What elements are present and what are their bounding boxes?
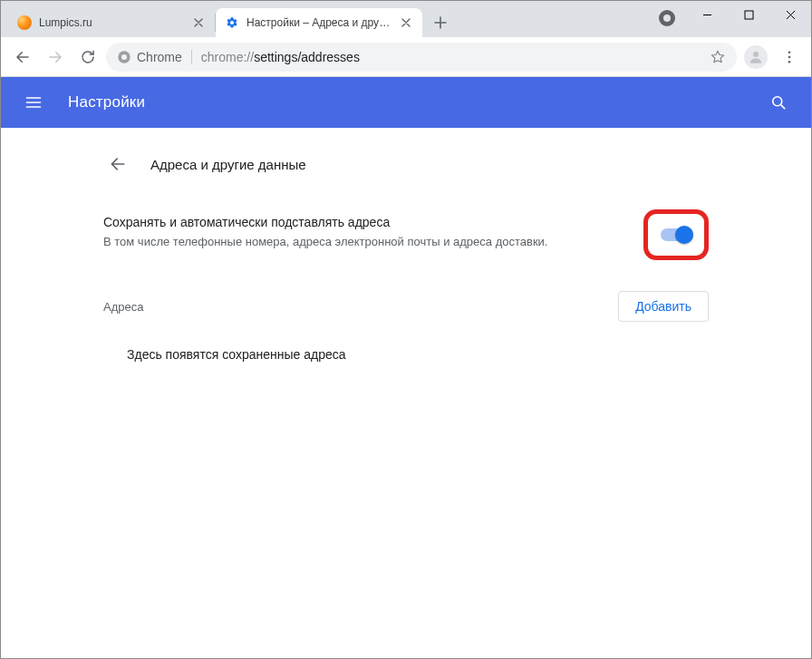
bookmark-star-icon[interactable] (710, 49, 726, 65)
tab-strip: Lumpics.ru Настройки – Адреса и другие д (1, 1, 459, 37)
tab-title: Настройки – Адреса и другие д (246, 16, 392, 29)
site-identity-chip[interactable]: Chrome (117, 50, 182, 64)
chrome-logo-icon (117, 50, 131, 64)
addresses-empty-message: Здесь появятся сохраненные адреса (98, 327, 714, 367)
new-tab-button[interactable] (428, 10, 453, 35)
svg-point-3 (753, 52, 759, 57)
omnibox-url: chrome://settings/addresses (201, 50, 360, 64)
svg-point-4 (788, 51, 791, 53)
nav-reload-button[interactable] (73, 43, 102, 72)
tab-title: Lumpics.ru (39, 16, 184, 29)
toggle-knob (675, 226, 693, 244)
settings-search-button[interactable] (760, 84, 797, 121)
tab-close-icon[interactable] (399, 15, 413, 30)
settings-app-title: Настройки (68, 93, 145, 111)
window-minimize-button[interactable] (686, 1, 728, 28)
settings-app-header: Настройки (1, 77, 811, 128)
autofill-addresses-setting: Сохранять и автоматически подставлять ад… (98, 193, 714, 280)
add-address-button[interactable]: Добавить (618, 291, 709, 322)
site-identity-label: Chrome (137, 50, 182, 64)
setting-primary-label: Сохранять и автоматически подставлять ад… (103, 215, 547, 229)
svg-point-5 (788, 55, 791, 58)
browser-toolbar: Chrome chrome://settings/addresses (1, 37, 811, 77)
svg-point-6 (788, 60, 791, 63)
window-titlebar: Lumpics.ru Настройки – Адреса и другие д (1, 1, 811, 37)
lumpics-favicon (17, 15, 32, 30)
browser-menu-button[interactable] (775, 43, 804, 72)
callout-highlight (643, 209, 709, 260)
addresses-header-row: Адреса Добавить (98, 280, 714, 327)
window-controls (686, 1, 811, 28)
tab-close-icon[interactable] (191, 15, 206, 30)
tab-settings[interactable]: Настройки – Адреса и другие д (216, 8, 422, 37)
hamburger-menu-button[interactable] (15, 84, 52, 121)
nav-forward-button[interactable] (41, 43, 70, 72)
window-close-button[interactable] (769, 1, 811, 28)
svg-rect-0 (745, 11, 753, 19)
setting-text: Сохранять и автоматически подставлять ад… (103, 215, 547, 248)
autofill-addresses-toggle[interactable] (661, 228, 691, 241)
settings-content: Адреса и другие данные Сохранять и автом… (1, 128, 811, 658)
tab-lumpics[interactable]: Lumpics.ru (8, 8, 215, 37)
omnibox-divider (191, 50, 192, 64)
addresses-panel: Адреса и другие данные Сохранять и автом… (98, 128, 714, 658)
gear-icon (225, 15, 239, 30)
profile-avatar-button[interactable] (744, 45, 768, 69)
svg-point-7 (773, 97, 782, 106)
subpage-title: Адреса и другие данные (150, 157, 306, 172)
nav-back-button[interactable] (8, 43, 37, 72)
setting-secondary-label: В том числе телефонные номера, адреса эл… (103, 235, 547, 248)
profile-indicator-icon (659, 10, 675, 26)
subpage-header: Адреса и другие данные (98, 148, 714, 193)
omnibox[interactable]: Chrome chrome://settings/addresses (106, 43, 737, 72)
window-maximize-button[interactable] (728, 1, 769, 28)
svg-point-2 (121, 54, 127, 60)
addresses-section-label: Адреса (103, 300, 143, 314)
subpage-back-button[interactable] (102, 148, 134, 180)
